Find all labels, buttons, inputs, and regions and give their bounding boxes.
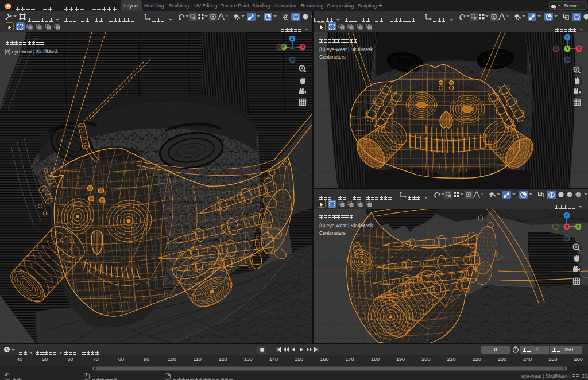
svg-text:Y: Y	[577, 224, 580, 228]
svg-text:80: 80	[118, 356, 124, 362]
svg-text:200: 200	[421, 356, 430, 362]
svg-text:40: 40	[17, 356, 22, 362]
svg-text:X: X	[566, 224, 568, 228]
svg-text:100: 100	[168, 356, 176, 362]
svg-text:Z: Z	[566, 35, 569, 39]
svg-text:170: 170	[346, 356, 354, 362]
svg-text:240: 240	[523, 356, 532, 362]
svg-text:50: 50	[42, 356, 48, 362]
svg-text:Z: Z	[566, 213, 568, 217]
svg-text:Y: Y	[566, 46, 569, 51]
svg-text:190: 190	[396, 356, 405, 362]
svg-text:150: 150	[295, 356, 303, 362]
svg-text:X: X	[301, 45, 304, 49]
svg-text:Z: Z	[291, 36, 294, 40]
svg-text:220: 220	[473, 356, 481, 362]
svg-text:140: 140	[269, 356, 278, 362]
svg-text:250: 250	[548, 356, 557, 362]
svg-text:X: X	[578, 46, 581, 51]
svg-text:210: 210	[447, 356, 456, 362]
svg-text:230: 230	[498, 356, 506, 362]
svg-text:180: 180	[371, 356, 380, 362]
svg-text:160: 160	[320, 356, 328, 362]
svg-text:110: 110	[194, 356, 202, 362]
svg-text:70: 70	[93, 356, 99, 362]
svg-text:120: 120	[218, 356, 227, 362]
svg-text:260: 260	[574, 356, 583, 362]
svg-text:90: 90	[144, 356, 149, 362]
svg-text:60: 60	[67, 356, 73, 362]
svg-text:130: 130	[244, 356, 253, 362]
